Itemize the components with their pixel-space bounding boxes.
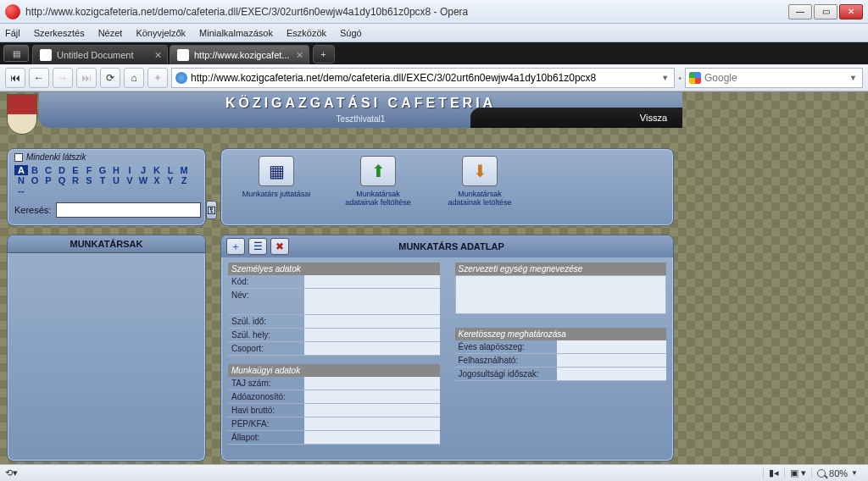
alpha-letter-F[interactable]: F bbox=[82, 165, 96, 175]
lbl-csoport: Csoport: bbox=[228, 342, 304, 355]
window-maximize-button[interactable]: ▭ bbox=[814, 4, 837, 19]
alpha-letter-L[interactable]: L bbox=[164, 165, 177, 175]
alpha-letter-V[interactable]: V bbox=[123, 175, 136, 185]
lbl-eves: Éves alapösszeg: bbox=[455, 340, 557, 353]
alpha-letter-Q[interactable]: Q bbox=[55, 175, 69, 185]
sync-icon[interactable]: ⟲▾ bbox=[5, 467, 18, 478]
alpha-letter-H[interactable]: H bbox=[109, 165, 123, 175]
show-all-checkbox[interactable] bbox=[14, 153, 23, 162]
alpha-letter-S[interactable]: S bbox=[82, 175, 96, 185]
menu-bar: Fájl Szerkesztés Nézet Könyvjelzők Minia… bbox=[0, 24, 868, 42]
back-link[interactable]: Vissza bbox=[470, 108, 682, 128]
detail-edit-button[interactable]: ☰ bbox=[248, 238, 267, 255]
zoom-value: 80% bbox=[829, 468, 848, 478]
chevron-down-icon: ▼ bbox=[851, 469, 858, 477]
alpha-letter-K[interactable]: K bbox=[150, 165, 164, 175]
search-go-button[interactable]: ⚿ bbox=[206, 201, 217, 219]
tab-close-icon[interactable]: ✕ bbox=[154, 50, 162, 61]
alpha-letter-Z[interactable]: Z bbox=[177, 175, 191, 185]
fit-mode-button[interactable]: ▣ ▾ bbox=[784, 467, 811, 478]
val-csoport bbox=[304, 342, 440, 355]
tab-kozigcafeteria[interactable]: http://www.kozigcafet... ✕ bbox=[170, 45, 309, 64]
favicon-icon bbox=[177, 49, 189, 61]
search-dropdown-icon[interactable]: ▼ bbox=[848, 74, 859, 82]
alpha-letter-B[interactable]: B bbox=[28, 165, 42, 175]
search-input[interactable] bbox=[704, 72, 844, 84]
org-unit-box bbox=[455, 275, 667, 314]
section-org: Szervezeti egység megnevezése bbox=[455, 263, 667, 275]
val-jog bbox=[557, 368, 667, 380]
tab-close-icon[interactable]: ✕ bbox=[296, 50, 303, 61]
alpha-letter-M[interactable]: M bbox=[177, 165, 191, 175]
lbl-taj: TAJ szám: bbox=[228, 377, 304, 390]
filter-panel: Mindenki látszik ABCDEFGHIJKLMNOPQRSTUVW… bbox=[7, 148, 206, 226]
val-pep bbox=[304, 417, 440, 430]
separator: • bbox=[678, 73, 682, 83]
menu-widgets[interactable]: Minialkalmazások bbox=[199, 28, 273, 38]
alpha-letter-N[interactable]: N bbox=[14, 175, 28, 185]
zoom-icon bbox=[817, 469, 826, 478]
alphabet-filter: ABCDEFGHIJKLMNOPQRSTUVWXYZ-- bbox=[14, 165, 198, 196]
window-close-button[interactable]: ✕ bbox=[839, 4, 863, 19]
alpha-letter-X[interactable]: X bbox=[150, 175, 164, 185]
alpha-letter-T[interactable]: T bbox=[96, 175, 109, 185]
menu-edit[interactable]: Szerkesztés bbox=[34, 28, 85, 38]
alpha-letter-E[interactable]: E bbox=[69, 165, 82, 175]
lbl-ado: Adóazonosító: bbox=[228, 390, 304, 403]
lbl-kod: Kód: bbox=[228, 275, 304, 288]
tool-upload[interactable]: ⬆ Munkatársak adatainak feltöltése bbox=[340, 156, 416, 218]
alpha-letter-C[interactable]: C bbox=[42, 165, 55, 175]
crest-icon bbox=[7, 94, 37, 135]
panels-button[interactable]: ▤ bbox=[3, 45, 29, 62]
menu-bookmarks[interactable]: Könyvjelzők bbox=[136, 28, 186, 38]
forward-button[interactable]: → bbox=[53, 68, 73, 88]
menu-tools[interactable]: Eszközök bbox=[287, 28, 326, 38]
google-icon bbox=[689, 72, 701, 84]
alpha-letter-W[interactable]: W bbox=[136, 175, 150, 185]
menu-help[interactable]: Súgó bbox=[340, 28, 362, 38]
fast-forward-button[interactable]: ⏭ bbox=[76, 68, 97, 88]
alpha-letter-Y[interactable]: Y bbox=[164, 175, 177, 185]
window-minimize-button[interactable]: — bbox=[788, 4, 812, 19]
tab-untitled[interactable]: Untitled Document ✕ bbox=[32, 45, 168, 64]
alpha-letter-G[interactable]: G bbox=[96, 165, 109, 175]
tool-benefits[interactable]: ▦ Munkatárs juttatásai bbox=[238, 156, 314, 218]
employee-detail-panel: ＋ ☰ ✖ MUNKATÁRS ADATLAP Személyes adatok… bbox=[220, 235, 674, 462]
alpha-letter-A[interactable]: A bbox=[14, 165, 28, 175]
detail-delete-button[interactable]: ✖ bbox=[270, 238, 289, 255]
alpha-letter-J[interactable]: J bbox=[136, 165, 150, 175]
status-indicator[interactable]: ▮◂ bbox=[763, 467, 784, 478]
detail-add-button[interactable]: ＋ bbox=[226, 238, 245, 255]
reload-button[interactable]: ⟳ bbox=[100, 68, 120, 88]
val-kod bbox=[304, 275, 440, 288]
wand-button[interactable]: ✦ bbox=[147, 68, 168, 88]
globe-icon bbox=[175, 72, 187, 84]
alpha-letter-P[interactable]: P bbox=[42, 175, 55, 185]
tool-download[interactable]: ⬇ Munkatársak adatainak letöltése bbox=[442, 156, 518, 218]
name-search-input[interactable] bbox=[56, 202, 201, 218]
lbl-felh: Felhasználható: bbox=[455, 354, 557, 367]
menu-view[interactable]: Nézet bbox=[98, 28, 123, 38]
alpha-letter-R[interactable]: R bbox=[69, 175, 82, 185]
alpha-letter-U[interactable]: U bbox=[109, 175, 123, 185]
search-bar[interactable]: ▼ bbox=[685, 68, 863, 88]
new-tab-button[interactable]: + bbox=[313, 45, 335, 64]
menu-file[interactable]: Fájl bbox=[5, 28, 20, 38]
window-titlebar: http://www.kozigcafeteria.net/demo/cafet… bbox=[0, 0, 868, 24]
tool-label: Munkatársak adatainak feltöltése bbox=[340, 190, 416, 207]
alpha-letter-O[interactable]: O bbox=[28, 175, 42, 185]
alpha-letter-I[interactable]: I bbox=[123, 165, 136, 175]
download-icon: ⬇ bbox=[462, 156, 498, 186]
tab-label: Untitled Document bbox=[57, 50, 134, 60]
alpha-letter-D[interactable]: D bbox=[55, 165, 69, 175]
zoom-control[interactable]: 80% ▼ bbox=[811, 468, 863, 478]
tools-panel: ▦ Munkatárs juttatásai ⬆ Munkatársak ada… bbox=[220, 148, 674, 226]
home-button[interactable]: ⌂ bbox=[124, 68, 144, 88]
back-button[interactable]: ← bbox=[29, 68, 49, 88]
address-bar[interactable]: ▼ bbox=[171, 68, 675, 88]
address-dropdown-icon[interactable]: ▼ bbox=[659, 74, 670, 82]
grid-icon: ▦ bbox=[259, 156, 294, 186]
rewind-button[interactable]: ⏮ bbox=[5, 68, 25, 88]
address-input[interactable] bbox=[191, 72, 656, 84]
alpha-letter---[interactable]: -- bbox=[14, 185, 28, 196]
